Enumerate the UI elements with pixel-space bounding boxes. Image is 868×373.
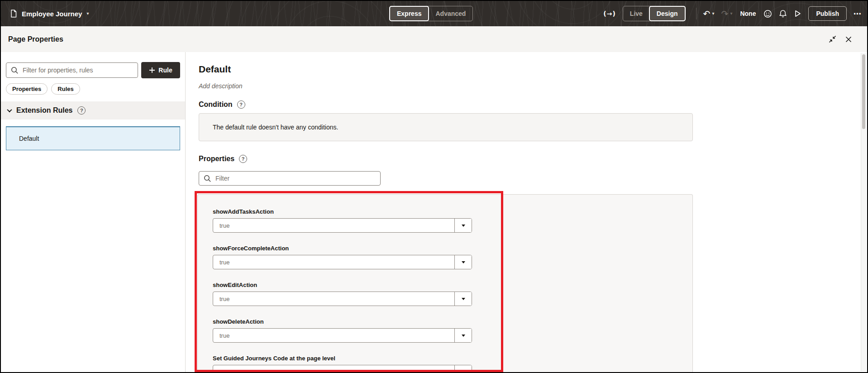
dropdown-toggle-button[interactable] — [454, 329, 472, 342]
property-row: Set Guided Journeys Code at the page lev… — [213, 355, 692, 372]
properties-heading: Properties — [199, 155, 234, 163]
caret-down-icon — [462, 261, 465, 263]
rule-item-label: Default — [19, 135, 39, 142]
dropdown-value: true — [213, 222, 454, 229]
property-label: showEditAction — [213, 282, 692, 288]
help-icon[interactable]: ? — [239, 155, 247, 163]
dropdown-toggle-button[interactable] — [454, 255, 472, 269]
mode-toggle: Express Advanced — [389, 6, 473, 21]
add-rule-label: Rule — [158, 67, 172, 74]
collapse-icon[interactable] — [829, 35, 836, 43]
top-bar-actions: (→) Live Design ↶ ▾ ↷ ▾ None — [603, 1, 861, 26]
undo-icon[interactable]: ↶ — [703, 10, 711, 18]
redo-group: ↷ ▾ — [721, 10, 732, 18]
property-row: showAddTasksAction true — [213, 208, 692, 233]
caret-down-icon — [462, 335, 465, 337]
sidebar-filter-input[interactable]: Filter for properties, rules — [6, 62, 138, 78]
rule-item-default[interactable]: Default — [6, 126, 180, 150]
condition-heading: Condition — [199, 100, 233, 109]
dropdown-value: true — [213, 332, 454, 339]
filter-pill-rules[interactable]: Rules — [51, 83, 80, 95]
dropdown-value: true — [213, 296, 454, 302]
chevron-down-icon — [7, 107, 12, 112]
rule-description-placeholder[interactable]: Add description — [199, 82, 867, 90]
mode-advanced-button[interactable]: Advanced — [429, 6, 472, 21]
property-dropdown-showEditAction[interactable]: true — [213, 292, 472, 306]
feedback-smiley-icon[interactable] — [763, 10, 772, 18]
property-label: Set Guided Journeys Code at the page lev… — [213, 355, 692, 362]
redo-menu-caret-icon[interactable]: ▾ — [730, 11, 732, 16]
top-bar: Employee Journey ▾ Express Advanced (→) … — [1, 1, 867, 26]
preview-play-icon[interactable] — [794, 10, 801, 18]
view-toggle: Live Design — [623, 6, 686, 21]
property-dropdown-showDeleteAction[interactable]: true — [213, 328, 472, 343]
plus-icon — [149, 67, 155, 73]
properties-panel: showAddTasksAction true showForceComplet… — [197, 194, 693, 372]
view-live-button[interactable]: Live — [623, 6, 649, 21]
chevron-down-icon: ▾ — [86, 11, 89, 16]
panel-title: Page Properties — [8, 35, 63, 43]
caret-down-icon — [462, 298, 465, 300]
filter-pill-properties[interactable]: Properties — [6, 83, 48, 95]
add-rule-button[interactable]: Rule — [141, 62, 180, 78]
panel-body: Filter for properties, rules Rule Proper… — [1, 52, 867, 372]
search-icon — [11, 67, 19, 74]
property-label: showAddTasksAction — [213, 208, 692, 215]
property-row: showDeleteAction true — [213, 318, 692, 343]
property-dropdown-showAddTasksAction[interactable]: true — [213, 218, 472, 233]
dropdown-toggle-button[interactable] — [454, 219, 472, 232]
publish-button[interactable]: Publish — [808, 6, 847, 21]
property-dropdown-guided-journeys-code[interactable] — [213, 365, 472, 372]
undo-menu-caret-icon[interactable]: ▾ — [712, 11, 714, 16]
rule-title: Default — [199, 64, 867, 75]
close-icon[interactable] — [845, 36, 852, 43]
property-label: showForceCompleteAction — [213, 245, 692, 252]
status-selector[interactable]: None — [740, 10, 756, 17]
mode-express-button[interactable]: Express — [389, 6, 429, 21]
property-row: showEditAction true — [213, 282, 692, 306]
rule-detail-content: Default Add description Condition ? The … — [186, 52, 867, 372]
dropdown-toggle-button[interactable] — [454, 292, 472, 306]
properties-filter-placeholder: Filter — [215, 175, 229, 182]
vertical-scrollbar[interactable] — [861, 53, 866, 371]
divider — [696, 8, 696, 19]
view-design-button[interactable]: Design — [649, 6, 686, 21]
scrollbar-thumb[interactable] — [862, 54, 865, 129]
panel-header: Page Properties — [1, 26, 867, 52]
condition-empty-message: The default rule doesn't have any condit… — [213, 124, 338, 131]
dropdown-value: true — [213, 259, 454, 266]
rules-sidebar: Filter for properties, rules Rule Proper… — [1, 52, 186, 372]
page-switcher[interactable]: Employee Journey ▾ — [10, 10, 89, 18]
dropdown-toggle-button[interactable] — [454, 365, 472, 372]
code-toggle-icon[interactable]: (→) — [603, 10, 616, 17]
caret-down-icon — [462, 225, 465, 227]
document-icon — [10, 10, 17, 18]
undo-group: ↶ ▾ — [703, 10, 715, 18]
overflow-menu-icon[interactable]: ⋯ — [854, 9, 861, 18]
extension-rules-section-header[interactable]: Extension Rules ? — [1, 101, 185, 120]
help-icon[interactable]: ? — [77, 106, 86, 115]
property-row: showForceCompleteAction true — [213, 245, 692, 269]
sidebar-filter-placeholder: Filter for properties, rules — [23, 67, 93, 74]
app-window: Employee Journey ▾ Express Advanced (→) … — [0, 0, 868, 373]
properties-filter-input[interactable]: Filter — [199, 171, 381, 186]
help-icon[interactable]: ? — [237, 100, 245, 109]
caret-down-icon — [462, 371, 465, 373]
property-label: showDeleteAction — [213, 318, 692, 325]
search-icon — [204, 175, 211, 182]
property-dropdown-showForceCompleteAction[interactable]: true — [213, 255, 472, 269]
condition-empty-box: The default rule doesn't have any condit… — [199, 113, 693, 141]
notifications-bell-icon[interactable] — [779, 10, 787, 18]
redo-icon[interactable]: ↷ — [721, 10, 728, 18]
page-title: Employee Journey — [22, 10, 82, 18]
section-title: Extension Rules — [16, 106, 72, 115]
